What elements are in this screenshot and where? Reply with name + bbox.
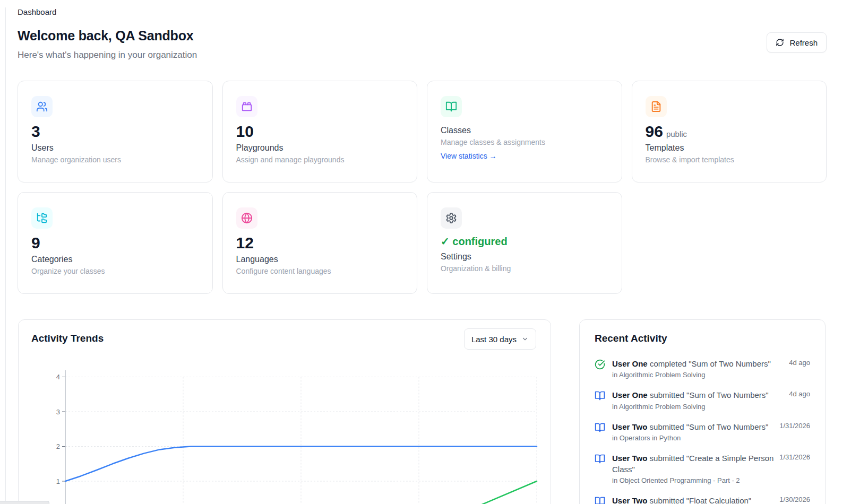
globe-icon <box>236 207 257 229</box>
activity-action: submitted "Sum of Two Numbers" <box>650 422 769 431</box>
page-subtitle: Here's what's happening in your organiza… <box>18 50 197 60</box>
stat-description: Manage classes & assignments <box>441 138 608 146</box>
activity-item: User Two submitted "Create a Simple Pers… <box>595 453 810 485</box>
recent-activity-title: Recent Activity <box>595 333 810 344</box>
stat-value: 12 <box>236 234 404 253</box>
activity-item: User One completed "Sum of Two Numbers"i… <box>595 358 810 379</box>
stat-label: Users <box>31 143 199 153</box>
activity-text: User Two submitted "Float Calculation" <box>612 495 774 504</box>
gear-icon <box>441 207 462 229</box>
folder-tree-icon <box>31 207 53 229</box>
users-icon <box>31 96 53 117</box>
view-statistics-link[interactable]: View statistics → <box>441 152 497 160</box>
file-text-icon <box>646 96 667 117</box>
activity-timestamp: 4d ago <box>789 359 810 367</box>
refresh-button[interactable]: Refresh <box>767 32 827 53</box>
svg-text:2: 2 <box>56 442 60 450</box>
activity-context: in Algorithmic Problem Solving <box>612 371 784 379</box>
stat-card-languages[interactable]: 12 Languages Configure content languages <box>222 192 418 294</box>
activity-timestamp: 1/31/2026 <box>779 422 810 430</box>
activity-action: submitted "Float Calculation" <box>650 496 752 504</box>
stat-card-classes[interactable]: Classes Manage classes & assignments Vie… <box>427 81 622 183</box>
activity-context: in Algorithmic Problem Solving <box>612 403 784 411</box>
recent-activity-card: Recent Activity User One completed "Sum … <box>579 319 826 504</box>
toy-brick-icon <box>236 96 257 117</box>
svg-text:3: 3 <box>56 408 60 416</box>
stat-label: Playgrounds <box>236 143 404 153</box>
activity-user: User Two <box>612 454 647 463</box>
stat-label: Templates <box>646 143 813 153</box>
stat-label: Settings <box>441 252 608 262</box>
refresh-icon <box>776 38 784 47</box>
stat-card-playgrounds[interactable]: 10 Playgrounds Assign and manage playgro… <box>222 81 418 183</box>
svg-text:1: 1 <box>56 477 60 485</box>
activity-timestamp: 1/30/2026 <box>779 496 810 503</box>
stat-card-settings[interactable]: ✓ configured Settings Organization & bil… <box>427 192 622 294</box>
activity-user: User One <box>612 359 648 368</box>
breadcrumb[interactable]: Dashboard <box>18 7 851 16</box>
stat-label: Languages <box>236 255 404 264</box>
stat-card-categories[interactable]: 9 Categories Organize your classes <box>18 192 213 294</box>
activity-trends-card: 1234 Activity Trends Last 30 days <box>18 319 551 504</box>
activity-user: User Two <box>612 422 647 431</box>
activity-timestamp: 4d ago <box>789 390 810 398</box>
page-header: Welcome back, QA Sandbox Here's what's h… <box>18 28 827 60</box>
activity-context: in Operators in Python <box>612 434 774 442</box>
dashboard-page: Dashboard Welcome back, QA Sandbox Here'… <box>0 7 851 504</box>
book-open-icon <box>595 496 605 504</box>
stat-description: Organize your classes <box>31 267 199 275</box>
stat-value-row: 96public <box>646 123 813 141</box>
stat-value: 96 <box>646 123 663 140</box>
bottom-section: 1234 Activity Trends Last 30 days Recent… <box>18 319 851 504</box>
activity-context: in Object Oriented Programming - Part - … <box>612 476 774 484</box>
activity-item: User One submitted "Sum of Two Numbers"i… <box>595 389 810 410</box>
activity-text: User Two submitted "Create a Simple Pers… <box>612 453 774 485</box>
stat-card-templates[interactable]: 96public Templates Browse & import templ… <box>632 81 827 183</box>
svg-text:4: 4 <box>56 373 60 381</box>
refresh-label: Refresh <box>789 38 818 47</box>
activity-text: User One completed "Sum of Two Numbers"i… <box>612 358 784 379</box>
activity-user: User One <box>612 390 648 399</box>
browser-status-bar: /dashboard <box>0 501 49 504</box>
stat-value: 3 <box>31 123 199 141</box>
activity-user: User Two <box>612 496 647 504</box>
stat-description: Manage organization users <box>31 155 199 164</box>
stat-description: Organization & billing <box>441 264 608 273</box>
activity-timestamp: 1/31/2026 <box>779 453 810 461</box>
chevron-down-icon <box>521 335 529 343</box>
activity-text: User Two submitted "Sum of Two Numbers"i… <box>612 421 774 442</box>
date-range-dropdown[interactable]: Last 30 days <box>464 328 536 350</box>
date-range-value: Last 30 days <box>471 335 517 344</box>
book-open-icon <box>595 422 605 435</box>
activity-action: completed "Sum of Two Numbers" <box>650 359 771 368</box>
activity-item: User Two submitted "Float Calculation"1/… <box>595 495 810 504</box>
stat-value: 10 <box>236 123 404 141</box>
book-open-icon <box>595 454 605 466</box>
book-open-icon <box>595 390 605 403</box>
check-circle-icon <box>595 359 605 372</box>
stat-value-suffix: public <box>666 129 687 138</box>
page-title: Welcome back, QA Sandbox <box>18 28 197 44</box>
stat-value: 9 <box>31 234 199 253</box>
book-open-icon <box>441 96 462 117</box>
stats-grid: 3 Users Manage organization users 10 Pla… <box>18 81 827 294</box>
stat-description: Assign and manage playgrounds <box>236 155 404 164</box>
stat-label: Categories <box>31 255 199 264</box>
stat-card-users[interactable]: 3 Users Manage organization users <box>18 81 213 183</box>
content-left-divider <box>5 7 6 504</box>
recent-activity-list: User One completed "Sum of Two Numbers"i… <box>595 358 810 504</box>
chart-title: Activity Trends <box>31 333 104 344</box>
activity-action: submitted "Sum of Two Numbers" <box>650 390 769 399</box>
stat-description: Browse & import templates <box>646 155 813 164</box>
activity-item: User Two submitted "Sum of Two Numbers"i… <box>595 421 810 442</box>
stat-description: Configure content languages <box>236 267 404 275</box>
settings-status: ✓ configured <box>441 235 608 248</box>
activity-text: User One submitted "Sum of Two Numbers"i… <box>612 389 784 410</box>
stat-label: Classes <box>441 126 608 135</box>
